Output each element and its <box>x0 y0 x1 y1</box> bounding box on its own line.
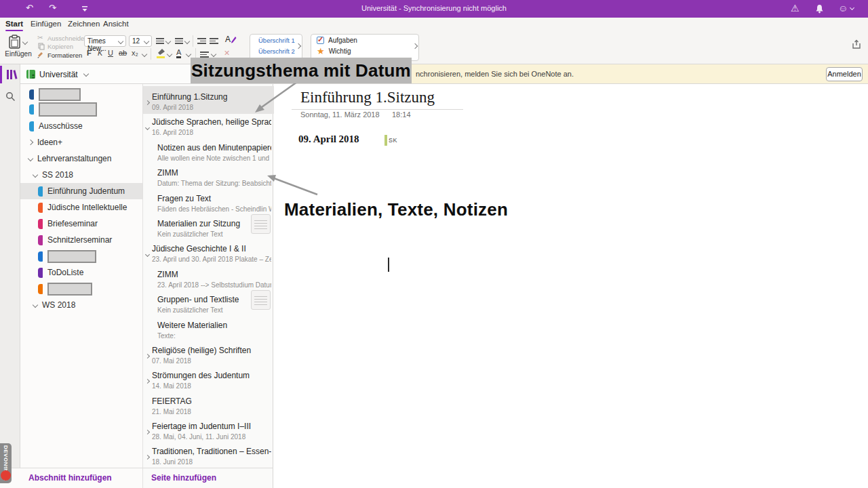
section-item-redacted[interactable] <box>20 248 142 264</box>
numbered-list-dropdown-icon[interactable] <box>184 39 190 44</box>
page-item[interactable]: Fragen zu TextFäden des Hebräischen - Sc… <box>143 190 274 216</box>
page-item[interactable]: Gruppen- und TextlisteKein zusätzlicher … <box>143 291 274 317</box>
page-item[interactable]: ZIMMDatum: Thema der Sitzung: Beabsichti… <box>143 165 274 190</box>
page-item[interactable]: Jüdische Sprachen, heilige Sprachen,...1… <box>143 114 274 139</box>
tab-einfuegen[interactable]: Einfügen <box>31 20 61 28</box>
format-painter-icon[interactable] <box>37 52 45 59</box>
subscript-button[interactable]: x₂ <box>132 49 138 57</box>
section-item-schnitzlerseminar[interactable]: Schnitzlerseminar <box>20 232 142 248</box>
created-date: Sonntag, 11. März 2018 <box>300 110 380 119</box>
format-painter-button[interactable]: Formatieren <box>47 52 82 59</box>
page-chevron-icon[interactable] <box>146 120 149 132</box>
page-item[interactable]: ZIMM23. April 2018 --> Selbststudium Dat… <box>143 266 274 291</box>
section-item-einfuehrung-judentum[interactable]: Einführung Judentum <box>20 183 142 199</box>
page-item[interactable]: Feiertage im Judentum I–III28. Mai, 04. … <box>143 418 274 443</box>
section-item-redacted[interactable] <box>20 281 142 297</box>
paste-button-label[interactable]: Einfügen <box>4 50 33 58</box>
cut-button: Ausschneiden <box>47 35 88 42</box>
tab-zeichnen[interactable]: Zeichnen <box>68 20 100 28</box>
page-chevron-icon[interactable] <box>146 449 149 462</box>
group-chevron-icon[interactable] <box>33 302 38 308</box>
highlighter-dropdown-icon[interactable] <box>167 52 172 57</box>
text-cursor <box>388 258 389 272</box>
add-page-button[interactable]: Seite hinzufügen <box>142 468 273 488</box>
section-tab-icon <box>38 268 43 278</box>
numbered-list-icon[interactable] <box>175 37 183 45</box>
body-date-text[interactable]: 09. April 2018 <box>298 134 359 145</box>
titlebar: ↶ ↷ Universität - Synchronisierung nicht… <box>0 0 868 18</box>
account-icon[interactable]: ☺ <box>838 3 848 14</box>
style-heading1[interactable]: Überschrift 1 <box>250 35 302 45</box>
section-item-todoliste[interactable]: ToDoListe <box>20 264 142 281</box>
group-ideen[interactable]: Ideen+ <box>20 134 142 150</box>
page-chevron-icon[interactable] <box>146 95 149 107</box>
font-family-select[interactable]: Times New... <box>84 35 126 47</box>
font-size-select[interactable]: 12 <box>129 35 152 47</box>
page-item[interactable]: Jüdische Geschichte I & II23. April und … <box>143 241 274 266</box>
notifications-bell-icon[interactable] <box>815 4 824 14</box>
italic-button[interactable]: K <box>98 49 102 57</box>
style-heading2[interactable]: Überschrift 2 <box>250 45 302 56</box>
underline-button[interactable]: U <box>108 49 113 57</box>
group-ws2018[interactable]: WS 2018 <box>20 297 142 313</box>
redacted-label <box>47 250 96 263</box>
bullet-list-icon[interactable] <box>156 37 164 45</box>
group-lehrveranstaltungen[interactable]: Lehrveranstaltungen <box>20 150 142 167</box>
group-chevron-icon[interactable] <box>28 140 33 145</box>
devonthink-sidebar-tab[interactable]: DEVONthink <box>0 443 12 483</box>
group-ss2018[interactable]: SS 2018 <box>20 167 142 183</box>
paste-clipboard-icon[interactable] <box>8 35 22 49</box>
notebooks-library-icon[interactable] <box>5 68 18 81</box>
strikethrough-button[interactable]: ab <box>119 49 127 57</box>
group-chevron-icon[interactable] <box>28 156 33 161</box>
page-chevron-icon[interactable] <box>146 247 149 259</box>
page-item[interactable]: Traditionen, Traditionen – Essen- & Kl..… <box>143 443 274 468</box>
page-item[interactable]: Religiöse (heilige) Schriften07. Mai 201… <box>143 342 274 367</box>
paste-dropdown-icon[interactable] <box>22 39 28 45</box>
alignment-dropdown-icon[interactable] <box>211 52 216 57</box>
copy-button: Kopieren <box>47 43 73 50</box>
group-chevron-icon[interactable] <box>33 172 38 178</box>
sync-warning-icon[interactable]: ⚠ <box>791 3 800 14</box>
bullet-list-dropdown-icon[interactable] <box>165 39 171 44</box>
font-color-button[interactable]: A <box>176 48 181 58</box>
page-item[interactable]: Materialien zur SitzungKein zusätzlicher… <box>143 216 274 241</box>
page-item[interactable]: Strömungen des Judentum14. Mai 2018 <box>143 367 274 392</box>
bold-button[interactable]: F <box>87 49 92 57</box>
sign-in-button[interactable]: Anmelden <box>826 67 863 81</box>
page-item[interactable]: Notizen aus den MinutenpapierenAlle woll… <box>143 140 274 165</box>
section-item-briefeseminar[interactable]: Briefeseminar <box>20 216 142 232</box>
indent-icon[interactable] <box>210 37 218 45</box>
section-item-redacted[interactable] <box>20 100 142 118</box>
page-item[interactable]: FEIERTAG21. Mai 2018 <box>143 393 274 418</box>
annotation-label-2: Materialien, Texte, Notizen <box>284 199 508 220</box>
section-tab-icon <box>38 219 43 229</box>
page-chevron-icon[interactable] <box>146 373 149 386</box>
outdent-icon[interactable] <box>197 37 206 45</box>
highlighter-icon[interactable] <box>156 48 165 59</box>
styles-gallery: Überschrift 1 Überschrift 2 <box>250 34 302 61</box>
page-chevron-icon[interactable] <box>146 348 149 361</box>
section-item-juedische-intellektuelle[interactable]: Jüdische Intellektuelle <box>20 199 142 216</box>
section-item-redacted[interactable] <box>20 87 142 102</box>
page-chevron-icon[interactable] <box>146 424 149 436</box>
divider <box>193 35 193 47</box>
font-color-dropdown-icon[interactable] <box>186 52 191 57</box>
tab-start[interactable]: Start <box>5 20 23 28</box>
page-title[interactable]: Einführung 1.Sitzung <box>300 89 435 106</box>
add-section-button[interactable]: Abschnitt hinzufügen <box>0 468 142 488</box>
subscript-dropdown-icon[interactable] <box>142 52 147 57</box>
tab-ansicht[interactable]: Ansicht <box>103 20 129 28</box>
notebook-chevron-icon[interactable] <box>83 71 89 77</box>
share-icon[interactable] <box>852 39 861 49</box>
search-icon[interactable] <box>5 92 16 102</box>
section-item-ausschuesse[interactable]: Ausschüsse <box>20 118 142 134</box>
divider <box>151 48 151 60</box>
page-canvas[interactable]: Einführung 1.Sitzung Sonntag, 11. März 2… <box>274 84 868 488</box>
notebook-switcher[interactable]: Universität <box>39 70 78 79</box>
tag-wichtig[interactable]: ★ Wichtig <box>311 45 418 56</box>
tag-aufgaben[interactable]: Aufgaben <box>311 35 418 45</box>
page-item[interactable]: Einführung 1.Sitzung09. April 2018 <box>143 86 274 114</box>
page-item[interactable]: Weitere MaterialienTexte: <box>143 317 274 342</box>
sk-tag[interactable]: SK <box>384 135 397 146</box>
